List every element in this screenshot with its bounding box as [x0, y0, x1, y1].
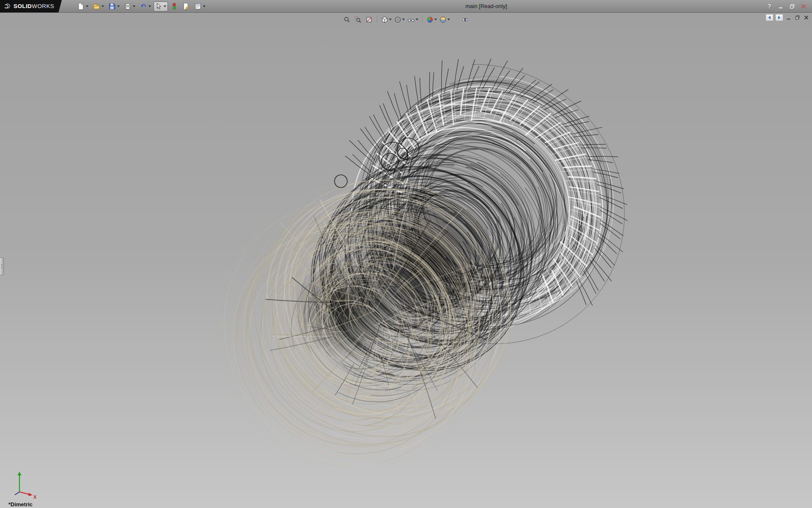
arrow-right-icon	[777, 15, 782, 20]
print-button[interactable]	[122, 1, 137, 11]
dropdown-caret[interactable]	[133, 6, 135, 7]
scene-sphere-icon	[439, 16, 447, 23]
printer-icon	[124, 3, 132, 10]
zoom-to-fit-button[interactable]	[342, 14, 352, 25]
page-pencil-icon	[182, 3, 190, 10]
model-wireframe-canvas[interactable]	[0, 13, 812, 508]
select-cursor-icon	[155, 3, 162, 10]
triad-z-axis	[15, 492, 19, 495]
dropdown-caret[interactable]	[102, 6, 104, 7]
triad-x-axis	[19, 492, 30, 494]
graphics-viewport[interactable]: X *Dimetric	[0, 13, 812, 508]
toolbar-separator	[422, 16, 422, 23]
traffic-light-icon	[170, 3, 178, 10]
solidworks-window: SOLIDWORKS	[0, 0, 812, 508]
section-view-button[interactable]	[364, 14, 374, 25]
brand-text: SOLIDWORKS	[14, 3, 54, 9]
view-orientation-button[interactable]	[380, 14, 392, 25]
dropdown-caret[interactable]	[203, 6, 206, 7]
open-folder-icon	[93, 3, 100, 10]
dropdown-caret[interactable]	[117, 6, 120, 7]
next-window-button[interactable]	[775, 14, 783, 21]
magnifier-area-icon	[354, 16, 362, 23]
undo-arrow-icon	[140, 3, 147, 10]
close-icon	[801, 4, 806, 9]
document-window-controls	[765, 14, 810, 21]
appearance-ball-icon	[426, 16, 433, 23]
window-title: main [Read-only]	[207, 3, 765, 9]
document-restore-button[interactable]	[794, 14, 801, 21]
restore-button[interactable]	[788, 3, 796, 10]
dropdown-caret[interactable]	[402, 19, 405, 20]
previous-window-button[interactable]	[765, 14, 774, 21]
dropdown-caret[interactable]	[416, 19, 418, 20]
save-floppy-icon	[108, 3, 116, 10]
options-button[interactable]	[192, 1, 207, 11]
dropdown-caret[interactable]	[148, 6, 151, 7]
section-cut-icon	[365, 16, 373, 23]
view-cube-icon	[381, 16, 388, 23]
orientation-triad: X	[7, 469, 40, 499]
undo-button[interactable]	[138, 1, 153, 11]
help-button[interactable]: ?	[765, 3, 774, 10]
solidworks-logo: SOLIDWORKS	[0, 0, 62, 13]
panel-collapse-handle[interactable]	[0, 257, 4, 275]
restore-icon	[790, 4, 795, 9]
dropdown-caret[interactable]	[389, 19, 392, 20]
help-icon: ?	[768, 3, 771, 10]
eye-icon	[461, 16, 469, 23]
minimize-icon	[778, 4, 783, 9]
restore-icon	[795, 15, 800, 20]
select-button[interactable]	[154, 1, 168, 11]
document-close-button[interactable]	[803, 14, 810, 21]
close-button[interactable]	[799, 3, 808, 10]
dassault-3ds-icon	[3, 3, 11, 10]
brand-works: WORKS	[32, 3, 54, 9]
magnifier-icon	[343, 16, 351, 23]
triad-y-arrowhead	[18, 472, 22, 475]
display-style-cube-icon	[394, 16, 401, 23]
triad-x-arrowhead	[28, 493, 33, 496]
titlebar: SOLIDWORKS	[0, 0, 812, 13]
new-document-icon	[77, 3, 85, 10]
dropdown-caret[interactable]	[86, 6, 88, 7]
new-document-button[interactable]	[75, 1, 90, 11]
minimize-button[interactable]	[776, 3, 785, 10]
edit-appearance-button[interactable]	[425, 14, 438, 25]
brand-solid: SOLID	[14, 3, 32, 9]
grip-dot	[1, 265, 2, 265]
dropdown-caret[interactable]	[164, 6, 166, 7]
zoom-to-area-button[interactable]	[353, 14, 363, 25]
display-style-button[interactable]	[393, 14, 406, 25]
rebuild-button[interactable]	[169, 1, 180, 11]
dropdown-caret[interactable]	[447, 19, 450, 20]
arrow-left-icon	[767, 15, 772, 20]
glasses-icon	[407, 16, 415, 23]
toolbar-separator	[377, 16, 377, 23]
file-properties-button[interactable]	[181, 1, 192, 11]
close-icon	[804, 15, 809, 20]
window-controls: ?	[765, 3, 812, 10]
dropdown-caret[interactable]	[434, 19, 437, 20]
hide-show-items-button[interactable]	[406, 14, 419, 25]
view-orientation-label: *Dimetric	[8, 501, 33, 508]
triad-x-label: X	[33, 494, 37, 499]
save-button[interactable]	[107, 1, 121, 11]
open-button[interactable]	[91, 1, 106, 11]
heads-up-view-toolbar	[342, 14, 470, 25]
quick-access-toolbar	[75, 0, 207, 12]
document-minimize-button[interactable]	[785, 14, 792, 21]
options-sheet-icon	[194, 3, 202, 10]
minimize-icon	[786, 15, 791, 20]
grip-dot	[1, 267, 2, 268]
apply-scene-button[interactable]	[439, 14, 451, 25]
view-settings-button[interactable]	[460, 14, 470, 25]
